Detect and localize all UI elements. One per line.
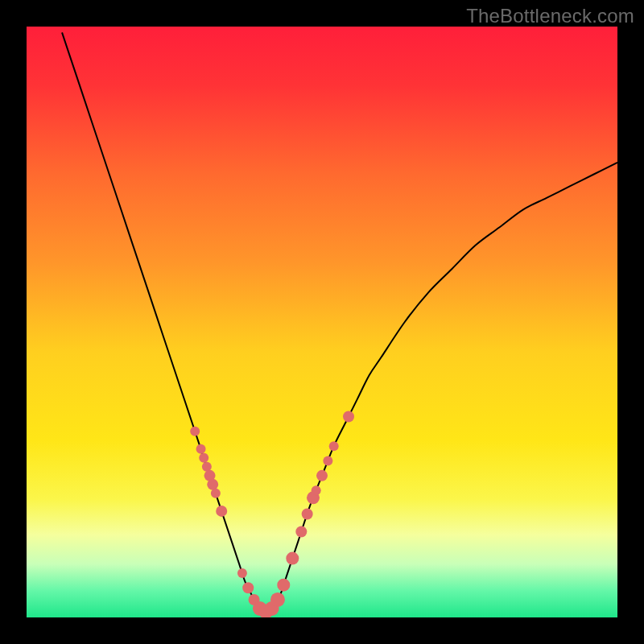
marker-point — [329, 441, 339, 451]
marker-point — [216, 506, 227, 517]
plot-frame — [27, 27, 617, 617]
marker-point — [196, 444, 206, 454]
marker-point — [207, 479, 218, 490]
marker-point — [343, 411, 354, 422]
marker-point — [316, 470, 328, 481]
marker-point — [295, 526, 307, 538]
marker-layer — [190, 411, 354, 617]
marker-point — [312, 485, 321, 495]
marker-point — [302, 509, 313, 520]
watermark-text: TheBottleneck.com — [466, 5, 634, 27]
marker-point — [270, 592, 285, 607]
marker-point — [211, 489, 221, 498]
marker-point — [277, 579, 290, 592]
marker-point — [323, 456, 332, 465]
bottleneck-curve — [62, 32, 617, 612]
marker-point — [286, 552, 299, 565]
marker-point — [199, 453, 208, 463]
curve-layer — [27, 27, 617, 617]
marker-point — [242, 582, 254, 593]
marker-point — [237, 568, 247, 578]
marker-point — [190, 427, 200, 436]
